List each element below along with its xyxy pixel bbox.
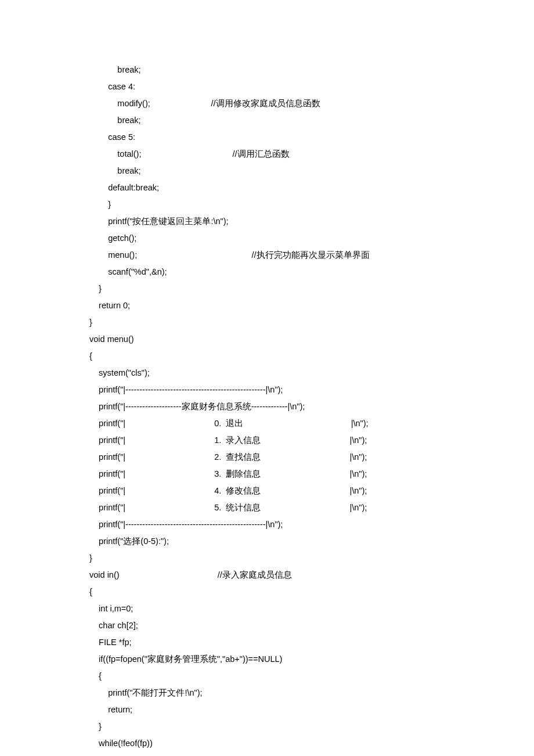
- code-line: printf("不能打开文件!\n");: [89, 685, 501, 701]
- code-line: FILE *fp;: [89, 634, 501, 651]
- code-line: printf("|--------------------家庭财务信息系统---…: [89, 398, 501, 415]
- code-line: printf("| 1. 录入信息 |\n");: [89, 432, 501, 449]
- code-line: printf("| 4. 修改信息 |\n");: [89, 483, 501, 499]
- code-line: system("cls");: [89, 365, 501, 381]
- code-line: int i,m=0;: [89, 600, 501, 617]
- code-line: {: [89, 584, 501, 600]
- code-line: }: [89, 550, 501, 567]
- code-line: }: [89, 280, 501, 297]
- code-line: printf("|-------------------------------…: [89, 516, 501, 533]
- code-line: {: [89, 752, 501, 756]
- code-line: printf("|-------------------------------…: [89, 381, 501, 398]
- code-line: printf("按任意键返回主菜单:\n");: [89, 213, 501, 230]
- code-line: modify(); //调用修改家庭成员信息函数: [89, 95, 501, 112]
- code-line: break;: [89, 163, 501, 179]
- code-line: getch();: [89, 230, 501, 247]
- code-line: }: [89, 314, 501, 331]
- code-line: {: [89, 348, 501, 365]
- code-line: {: [89, 668, 501, 685]
- code-line: case 5:: [89, 129, 501, 146]
- code-line: while(!feof(fp)): [89, 735, 501, 752]
- code-line: case 4:: [89, 78, 501, 95]
- code-line: break;: [89, 62, 501, 78]
- code-line: printf("选择(0-5):");: [89, 533, 501, 550]
- code-line: char ch[2];: [89, 617, 501, 634]
- code-line: return 0;: [89, 297, 501, 314]
- code-line: menu(); //执行完功能再次显示菜单界面: [89, 247, 501, 264]
- code-line: void in() //录入家庭成员信息: [89, 567, 501, 584]
- code-line: printf("| 3. 删除信息 |\n");: [89, 466, 501, 483]
- code-document-page: break; case 4: modify(); //调用修改家庭成员信息函数 …: [0, 0, 534, 756]
- code-line: printf("| 5. 统计信息 |\n");: [89, 499, 501, 516]
- code-line: printf("| 2. 查找信息 |\n");: [89, 449, 501, 466]
- code-line: total(); //调用汇总函数: [89, 146, 501, 163]
- code-line: }: [89, 196, 501, 213]
- code-line: printf("| 0. 退出 |\n");: [89, 415, 501, 432]
- code-line: default:break;: [89, 179, 501, 196]
- code-line: return;: [89, 701, 501, 718]
- code-line: break;: [89, 112, 501, 129]
- code-line: void menu(): [89, 331, 501, 348]
- code-line: if((fp=fopen("家庭财务管理系统","ab+"))==NULL): [89, 651, 501, 668]
- code-line: scanf("%d",&n);: [89, 264, 501, 280]
- code-line: }: [89, 718, 501, 735]
